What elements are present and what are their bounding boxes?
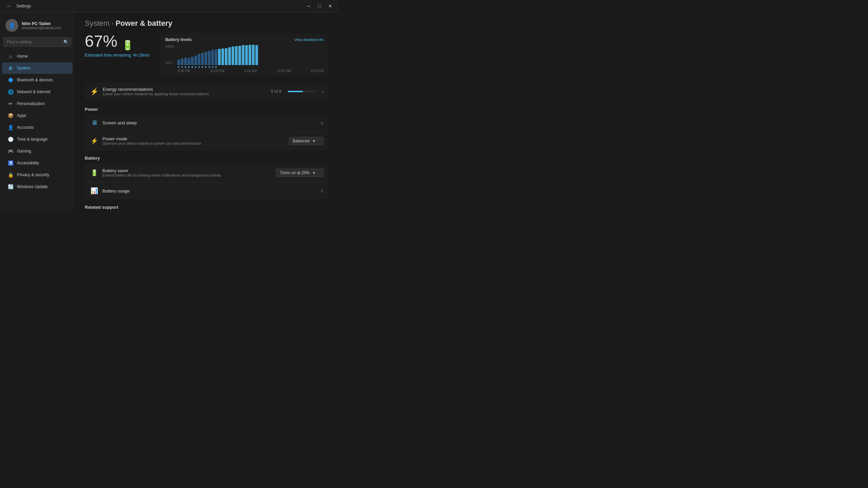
nav-label-gaming: Gaming bbox=[17, 149, 31, 154]
chart-dot bbox=[184, 66, 187, 68]
nav-icon-home: ⌂ bbox=[7, 53, 14, 59]
chart-bar bbox=[255, 45, 258, 65]
chart-bar bbox=[252, 45, 255, 65]
search-icon: 🔍 bbox=[63, 40, 68, 44]
sidebar-item-gaming[interactable]: 🎮 Gaming bbox=[2, 145, 73, 157]
battery-settings-group: 🔋 Battery saver Extend battery life by l… bbox=[85, 163, 329, 199]
battery-saver-row[interactable]: 🔋 Battery saver Extend battery life by l… bbox=[85, 163, 329, 182]
view-detailed-link[interactable]: View detailed info bbox=[294, 38, 323, 42]
sidebar-item-network[interactable]: 🌐 Network & internet bbox=[2, 86, 73, 98]
minimize-button[interactable]: ─ bbox=[304, 2, 313, 10]
breadcrumb-chevron: › bbox=[112, 20, 113, 26]
nav-icon-bluetooth: 🔷 bbox=[7, 77, 14, 83]
power-mode-row[interactable]: ⚡ Power mode Optimize your device based … bbox=[85, 131, 329, 150]
nav-icon-personalization: ✏ bbox=[7, 101, 14, 107]
titlebar: ← Settings ─ □ ✕ bbox=[0, 0, 339, 12]
sidebar-item-personalization[interactable]: ✏ Personalization bbox=[2, 98, 73, 109]
chart-dot bbox=[201, 66, 204, 68]
power-mode-value: Balanced bbox=[293, 139, 310, 143]
power-settings-group: 🖥 Screen and sleep ∨ ⚡ Power mode Optimi… bbox=[85, 115, 329, 150]
battery-section-label: Battery bbox=[85, 156, 329, 161]
battery-saver-dropdown[interactable]: Turns on at 20% ▾ bbox=[276, 169, 323, 177]
nav-icon-update: 🔄 bbox=[7, 184, 14, 190]
battery-levels-header: Battery levels View detailed info bbox=[165, 37, 323, 42]
chart-bar bbox=[204, 52, 207, 65]
battery-saver-desc: Extend battery life by limiting some not… bbox=[102, 173, 272, 177]
battery-status: 67% 🔋 Estimated time remaining: 4h 28min bbox=[85, 33, 150, 58]
chart-bar bbox=[218, 49, 221, 65]
chart-y-labels: 100% 50% bbox=[165, 45, 174, 65]
sidebar-item-accounts[interactable]: 👤 Accounts bbox=[2, 122, 73, 133]
chart-bar bbox=[242, 45, 244, 65]
user-name: Nitin PC-Tablet bbox=[22, 21, 61, 26]
screen-icon: 🖥 bbox=[90, 119, 98, 126]
power-mode-desc: Optimize your device based on power use … bbox=[102, 141, 285, 145]
battery-usage-row[interactable]: 📊 Battery usage ∨ bbox=[85, 182, 329, 199]
nav-label-accessibility: Accessibility bbox=[17, 161, 39, 165]
chart-dot bbox=[188, 66, 190, 68]
close-button[interactable]: ✕ bbox=[326, 2, 335, 10]
restore-button[interactable]: □ bbox=[315, 2, 324, 10]
user-profile[interactable]: 👤 Nitin PC-Tablet smoutreach@outlook.com bbox=[0, 16, 75, 37]
nav-label-bluetooth: Bluetooth & devices bbox=[17, 78, 53, 82]
energy-progress-bar bbox=[288, 91, 315, 92]
sidebar-item-bluetooth[interactable]: 🔷 Bluetooth & devices bbox=[2, 74, 73, 86]
chart-bar bbox=[211, 50, 214, 65]
energy-desc: Lower your carbon footprint by applying … bbox=[103, 92, 267, 96]
chart-dot bbox=[181, 66, 183, 68]
power-mode-dropdown-chevron: ▾ bbox=[313, 139, 315, 143]
chart-bar bbox=[215, 49, 217, 65]
estimated-time-label: Estimated time remaining: bbox=[85, 53, 132, 58]
avatar: 👤 bbox=[5, 19, 18, 32]
energy-recommendations-card[interactable]: ⚡ Energy recommendations Lower your carb… bbox=[85, 83, 329, 100]
titlebar-controls: ─ □ ✕ bbox=[304, 2, 335, 10]
chart-bar bbox=[201, 53, 204, 65]
nav-label-privacy: Privacy & security bbox=[17, 172, 49, 177]
power-mode-text: Power mode Optimize your device based on… bbox=[102, 136, 285, 145]
chart-bars bbox=[177, 45, 323, 65]
screen-sleep-row[interactable]: 🖥 Screen and sleep ∨ bbox=[85, 115, 329, 131]
sidebar-item-system[interactable]: 🖥 System bbox=[2, 62, 73, 74]
chart-x-labels: 4:00 PM 10:00 PM 4:00 AM 10:00 AM 4:00 P… bbox=[177, 69, 323, 73]
chart-bar bbox=[232, 46, 234, 65]
search-input[interactable] bbox=[3, 37, 71, 47]
battery-usage-chevron: ∨ bbox=[320, 188, 323, 194]
screen-sleep-text: Screen and sleep bbox=[102, 120, 316, 125]
sidebar-item-update[interactable]: 🔄 Windows Update bbox=[2, 181, 73, 192]
nav-icon-system: 🖥 bbox=[7, 65, 14, 71]
nav-label-time: Time & language bbox=[17, 137, 47, 142]
sidebar-item-home[interactable]: ⌂ Home bbox=[2, 50, 73, 62]
chart-bar bbox=[208, 51, 211, 65]
nav-icon-accessibility: ♿ bbox=[7, 160, 14, 166]
battery-levels-title: Battery levels bbox=[165, 37, 192, 42]
chart-bar bbox=[249, 45, 251, 65]
x-label-5: 4:00 PM bbox=[311, 69, 323, 73]
x-label-4: 10:00 AM bbox=[277, 69, 291, 73]
sidebar-item-accessibility[interactable]: ♿ Accessibility bbox=[2, 157, 73, 169]
power-mode-dropdown[interactable]: Balanced ▾ bbox=[289, 137, 323, 145]
main-content: System › Power & battery 67% 🔋 Estimated… bbox=[75, 12, 339, 210]
power-section-label: Power bbox=[85, 107, 329, 112]
breadcrumb-current: Power & battery bbox=[116, 19, 173, 28]
chart-bar bbox=[245, 45, 248, 65]
y-label-100: 100% bbox=[165, 45, 174, 48]
screen-sleep-chevron: ∨ bbox=[320, 120, 323, 126]
nav-label-personalization: Personalization bbox=[17, 101, 45, 106]
sidebar-item-time[interactable]: 🕐 Time & language bbox=[2, 134, 73, 145]
related-support-label: Related support bbox=[85, 205, 329, 210]
nav-container: ⌂ Home 🖥 System 🔷 Bluetooth & devices 🌐 … bbox=[0, 50, 75, 193]
nav-icon-network: 🌐 bbox=[7, 89, 14, 95]
battery-saver-text: Battery saver Extend battery life by lim… bbox=[102, 168, 272, 177]
back-button[interactable]: ← bbox=[4, 2, 14, 10]
power-mode-icon: ⚡ bbox=[90, 137, 98, 145]
battery-saver-title: Battery saver bbox=[102, 168, 272, 173]
battery-header: 67% 🔋 Estimated time remaining: 4h 28min… bbox=[85, 33, 329, 76]
battery-icon: 🔋 bbox=[122, 40, 134, 50]
chart-dots bbox=[177, 66, 323, 68]
user-email: smoutreach@outlook.com bbox=[22, 26, 61, 30]
sidebar-item-privacy[interactable]: 🔒 Privacy & security bbox=[2, 169, 73, 181]
nav-icon-accounts: 👤 bbox=[7, 124, 14, 130]
battery-pct: 67% bbox=[85, 32, 117, 50]
sidebar-item-apps[interactable]: 📦 Apps bbox=[2, 110, 73, 121]
chart-dot bbox=[194, 66, 197, 68]
